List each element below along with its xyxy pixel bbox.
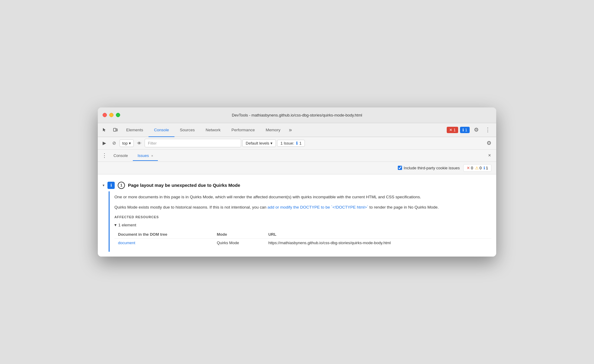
col-header-dom: Document in the DOM tree — [114, 230, 213, 239]
chevron-down-icon: ▾ — [129, 141, 131, 145]
tab-network[interactable]: Network — [200, 123, 226, 137]
info-count-button[interactable]: ℹ 1 — [460, 127, 470, 133]
third-party-cookie-checkbox[interactable] — [398, 166, 402, 170]
cursor-tool-button[interactable] — [99, 123, 110, 137]
eye-icon: 👁 — [137, 141, 142, 146]
col-header-mode: Mode — [213, 230, 265, 239]
issue-type-icon: ℹ — [107, 182, 115, 189]
toolbar-right: ✕ 1 ℹ 1 ⚙ ⋮ — [444, 123, 495, 137]
settings-button[interactable]: ⚙ — [471, 125, 481, 135]
context-selector[interactable]: top ▾ — [120, 139, 134, 147]
issue-count-circle: 1 — [118, 182, 125, 189]
resources-table: Document in the DOM tree Mode URL docume… — [114, 230, 491, 247]
more-tabs-button[interactable]: » — [286, 123, 295, 137]
device-icon — [113, 127, 118, 132]
info-count-badge: ℹ 1 — [484, 166, 488, 170]
issue-info-icon: ℹ — [296, 141, 298, 145]
issue-body: One or more documents in this page is in… — [109, 191, 496, 252]
affected-label: Affected Resources — [114, 215, 491, 219]
execute-button[interactable]: ▶ — [100, 139, 109, 147]
gear-icon: ⚙ — [487, 140, 491, 146]
devtools-window: DevTools - mathiasbynens.github.io/css-d… — [98, 107, 496, 257]
issue-indicator-line — [109, 191, 110, 252]
close-button[interactable] — [103, 113, 107, 117]
svg-rect-1 — [116, 129, 117, 131]
error-icon: ✕ — [449, 128, 452, 132]
play-icon: ▶ — [103, 140, 106, 146]
minimize-button[interactable] — [109, 113, 113, 117]
svg-rect-0 — [113, 128, 116, 131]
sub-tab-menu-button[interactable]: ⋮ — [100, 151, 109, 160]
close-icon: × — [488, 153, 491, 158]
title-bar: DevTools - mathiasbynens.github.io/css-d… — [98, 107, 496, 123]
error-count-badge: ✕ 0 — [467, 166, 473, 170]
warning-count-icon: ⚠ — [475, 166, 479, 170]
main-toolbar: Elements Console Sources Network Perform… — [98, 123, 496, 137]
table-header-row: Document in the DOM tree Mode URL — [114, 230, 491, 239]
secondary-toolbar: ▶ ⊘ top ▾ 👁 Default levels ▾ 1 Issue: ℹ … — [98, 137, 496, 150]
maximize-button[interactable] — [116, 113, 120, 117]
element-toggle[interactable]: ▾ 1 element — [114, 222, 491, 227]
tab-elements[interactable]: Elements — [121, 123, 148, 137]
url-cell: https://mathiasbynens.github.io/css-dbg-… — [265, 239, 491, 247]
col-header-url: URL — [265, 230, 491, 239]
info-count-icon: ℹ — [484, 166, 485, 170]
table-row: document Quirks Mode https://mathiasbyne… — [114, 239, 491, 247]
window-title: DevTools - mathiasbynens.github.io/css-d… — [103, 113, 491, 117]
document-link[interactable]: document — [118, 241, 135, 245]
vertical-dots-icon: ⋮ — [485, 126, 490, 133]
tab-list: Elements Console Sources Network Perform… — [121, 123, 444, 137]
close-panel-button[interactable]: × — [485, 151, 494, 160]
tab-performance[interactable]: Performance — [226, 123, 260, 137]
sub-tab-issues[interactable]: Issues × — [133, 151, 158, 161]
issue-content: One or more documents in this page is in… — [114, 191, 496, 252]
block-icon: ⊘ — [112, 140, 116, 146]
tab-memory[interactable]: Memory — [260, 123, 286, 137]
console-settings-button[interactable]: ⚙ — [484, 138, 494, 148]
chevron-down-icon: ▾ — [114, 222, 117, 227]
doctype-link[interactable]: add or modify the DOCTYPE to be `<!DOCTY… — [267, 205, 368, 209]
warning-count-badge: ⚠ 0 — [475, 166, 482, 170]
clear-button[interactable]: ⊘ — [110, 139, 118, 147]
tab-sources[interactable]: Sources — [174, 123, 200, 137]
close-issues-tab-button[interactable]: × — [151, 154, 153, 158]
issues-filter-bar: Include third-party cookie issues ✕ 0 ⚠ … — [98, 162, 496, 174]
mode-cell: Quirks Mode — [213, 239, 265, 247]
more-options-button[interactable]: ⋮ — [483, 125, 493, 135]
issue-description: One or more documents in this page is in… — [114, 194, 491, 210]
filter-input[interactable] — [145, 139, 241, 147]
error-count-button[interactable]: ✕ 1 — [447, 127, 458, 133]
vertical-dots-icon: ⋮ — [102, 152, 107, 159]
issue-section: ▾ ℹ 1 Page layout may be unexpected due … — [98, 174, 496, 257]
device-toolbar-button[interactable] — [110, 123, 121, 137]
issues-panel: Include third-party cookie issues ✕ 0 ⚠ … — [98, 162, 496, 257]
sub-tab-console[interactable]: Console — [109, 151, 133, 161]
tab-console[interactable]: Console — [148, 123, 174, 137]
live-expression-button[interactable]: 👁 — [135, 139, 143, 147]
error-count-icon: ✕ — [467, 166, 470, 170]
traffic-lights — [103, 113, 120, 117]
chevron-down-icon: ▾ — [270, 141, 273, 145]
affected-resources-section: Affected Resources ▾ 1 element Document … — [114, 215, 491, 247]
issue-header[interactable]: ▾ ℹ 1 Page layout may be unexpected due … — [98, 179, 496, 191]
issue-chevron-icon: ▾ — [103, 183, 104, 187]
issue-badge[interactable]: 1 Issue: ℹ 1 — [277, 140, 305, 147]
gear-icon: ⚙ — [474, 126, 479, 133]
sub-tab-bar: ⋮ Console Issues × × — [98, 150, 496, 162]
issue-title: Page layout may be unexpected due to Qui… — [128, 183, 240, 188]
issue-counts: ✕ 0 ⚠ 0 ℹ 1 — [463, 164, 491, 172]
third-party-cookie-checkbox-label[interactable]: Include third-party cookie issues — [398, 166, 460, 170]
cursor-icon — [102, 127, 107, 132]
default-levels-button[interactable]: Default levels ▾ — [242, 139, 276, 147]
info-icon: ℹ — [462, 128, 464, 132]
